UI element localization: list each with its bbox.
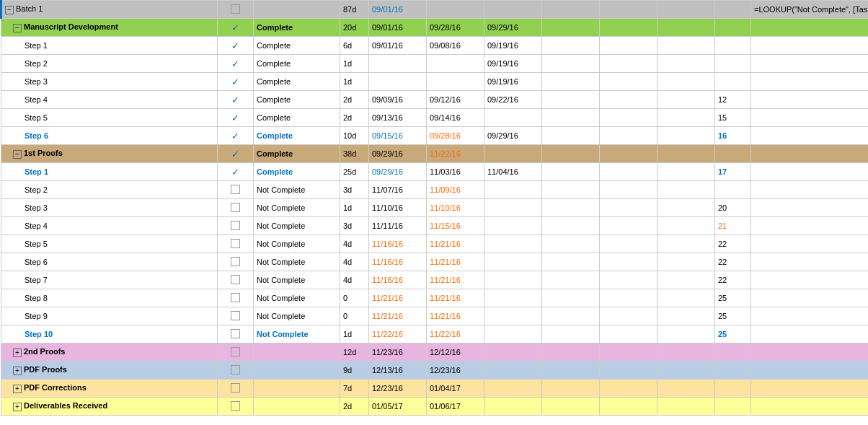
check-cell[interactable]: ✓ [218,19,254,37]
extra3-cell [657,109,715,127]
check-cell[interactable]: ✓ [218,163,254,181]
end-cell: 09/12/16 [427,91,484,109]
checkbox-empty[interactable] [231,311,240,320]
extra3-cell [657,380,715,398]
extra2-cell [600,109,657,127]
checkbox-empty[interactable] [231,221,240,230]
end-cell: 11/03/16 [427,163,484,181]
end-cell: 11/09/16 [427,181,484,199]
collapse-button[interactable]: + [13,367,22,375]
check-cell[interactable] [218,362,254,380]
num-cell: 22 [715,271,751,289]
collapse-button[interactable]: + [13,403,22,411]
extra2-cell [600,271,657,289]
collapse-button[interactable]: − [5,6,14,14]
checkbox-empty[interactable] [231,347,240,356]
checkbox-empty[interactable] [231,239,240,248]
table-row: +PDF Corrections 7d 12/23/16 01/04/17 [1,380,869,398]
end-cell: 11/21/16 [427,253,484,271]
extra1-cell [542,127,600,145]
checkbox-empty[interactable] [231,203,240,212]
extra2-cell [600,145,657,163]
check-cell[interactable] [218,343,254,362]
check-cell[interactable] [218,325,254,343]
checkbox-checked[interactable]: ✓ [231,95,239,105]
extra3-cell [657,145,715,163]
extra3-cell [657,343,715,362]
end-cell: 01/04/17 [427,380,484,398]
extra2-cell [600,217,657,235]
formula-cell [751,91,869,109]
checkbox-checked[interactable]: ✓ [231,113,239,123]
extra1-cell [542,55,600,73]
check-cell[interactable] [218,307,254,325]
extra2-cell [600,398,657,416]
checkbox-empty[interactable] [231,401,240,411]
check-cell[interactable] [218,380,254,398]
checkbox-empty[interactable] [231,329,240,338]
name-cell: Step 8 [1,289,218,307]
baseline-cell [484,181,542,199]
extra2-cell [600,289,657,307]
checkbox-checked[interactable]: ✓ [231,76,239,87]
name-cell: +PDF Proofs [1,362,218,380]
formula-cell [751,181,869,199]
checkbox-empty[interactable] [231,257,240,266]
checkbox-empty[interactable] [231,383,240,393]
num-cell: 22 [715,253,751,271]
collapse-button[interactable]: + [13,349,22,357]
row-name: Step 6 [25,131,48,140]
checkbox-checked[interactable]: ✓ [231,149,239,159]
baseline-cell [484,109,542,127]
check-cell[interactable]: ✓ [218,145,254,163]
end-cell [427,55,484,73]
check-cell[interactable] [218,181,254,199]
checkbox-empty[interactable] [231,185,240,194]
checkbox-checked[interactable]: ✓ [231,167,239,178]
start-cell: 11/07/16 [369,181,427,199]
formula-cell [751,271,869,289]
checkbox-checked[interactable]: ✓ [231,22,239,33]
checkbox-checked[interactable]: ✓ [231,131,239,141]
start-cell: 11/21/16 [369,289,427,307]
collapse-button[interactable]: − [13,150,22,159]
check-cell[interactable]: ✓ [218,109,254,127]
num-cell [715,19,751,37]
check-cell[interactable] [218,217,254,235]
collapse-button[interactable]: + [13,385,22,393]
check-cell[interactable] [218,253,254,271]
baseline-cell [484,380,542,398]
check-cell[interactable] [218,235,254,253]
extra1-cell [542,37,600,55]
check-cell[interactable] [218,1,254,19]
duration-cell: 9d [340,362,369,380]
extra3-cell [657,181,715,199]
check-cell[interactable]: ✓ [218,91,254,109]
end-cell: 11/21/16 [427,271,484,289]
duration-cell: 10d [340,127,369,145]
checkbox-checked[interactable]: ✓ [231,58,239,69]
num-cell [715,343,751,362]
checkbox-empty[interactable] [231,365,240,374]
name-cell: Step 7 [1,271,218,289]
checkbox-empty[interactable] [231,4,240,14]
check-cell[interactable] [218,398,254,416]
checkbox-empty[interactable] [231,275,240,284]
extra2-cell [600,163,657,181]
formula-cell [751,109,869,127]
check-cell[interactable]: ✓ [218,73,254,91]
row-name: Step 5 [25,113,48,122]
check-cell[interactable]: ✓ [218,37,254,55]
baseline-cell [484,199,542,217]
baseline-cell [484,217,542,235]
check-cell[interactable] [218,199,254,217]
extra1-cell [542,73,600,91]
checkbox-empty[interactable] [231,293,240,302]
status-cell: Not Complete [254,181,340,199]
check-cell[interactable]: ✓ [218,127,254,145]
check-cell[interactable]: ✓ [218,55,254,73]
collapse-button[interactable]: − [13,24,22,32]
check-cell[interactable] [218,271,254,289]
checkbox-checked[interactable]: ✓ [231,40,239,51]
check-cell[interactable] [218,289,254,307]
